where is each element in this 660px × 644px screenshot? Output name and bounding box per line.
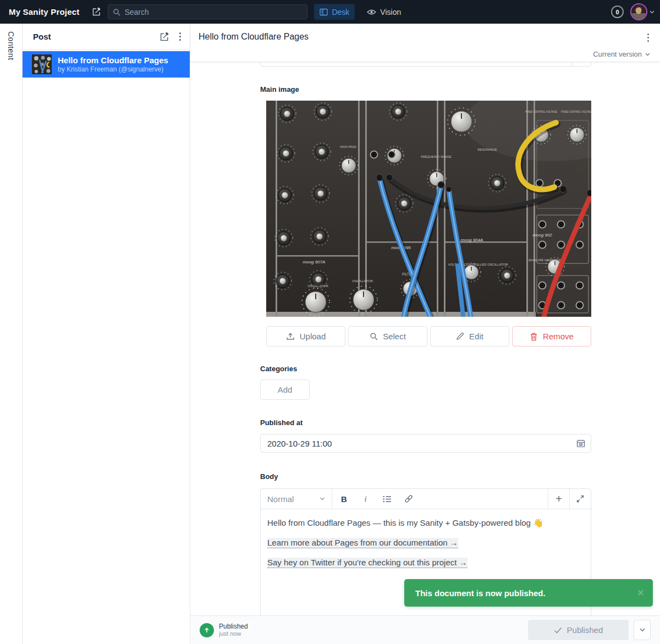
check-icon xyxy=(554,627,562,634)
upload-icon xyxy=(286,332,295,341)
bullet-list-icon xyxy=(383,496,392,503)
post-item-title: Hello from Cloudflare Pages xyxy=(58,56,168,65)
avatar[interactable] xyxy=(630,3,647,20)
published-status-icon xyxy=(200,623,214,637)
fullscreen-button[interactable] xyxy=(569,489,591,509)
bullet-list-button[interactable] xyxy=(378,491,395,508)
photo-label: moog 907A xyxy=(303,260,326,265)
body-label: Body xyxy=(260,472,278,481)
photo-label: OSCILLATOR xyxy=(352,279,373,283)
upload-label: Upload xyxy=(300,332,326,341)
global-search[interactable] xyxy=(108,4,307,19)
create-post-icon[interactable] xyxy=(160,32,169,42)
document-form: Main image xyxy=(190,62,660,615)
new-document-button[interactable] xyxy=(89,5,103,19)
publish-time: just now xyxy=(219,630,248,637)
published-at-input[interactable] xyxy=(267,439,576,448)
trash-icon xyxy=(530,332,538,341)
top-navbar: My Sanity Project Desk Vi xyxy=(0,0,660,24)
toast-message: This document is now published. xyxy=(415,588,546,598)
tab-desk-label: Desk xyxy=(332,8,349,16)
notifications-badge[interactable]: 0 xyxy=(611,5,624,18)
add-category-button[interactable]: Add xyxy=(260,379,310,400)
photo-label: moog 904A xyxy=(461,238,483,243)
bold-button[interactable]: B xyxy=(336,491,353,508)
publish-button-label: Published xyxy=(567,625,603,635)
slug-field-partial[interactable] xyxy=(260,62,591,67)
post-list-header: Post xyxy=(23,24,190,50)
post-list-item[interactable]: Hello from Cloudflare Pages by Kristian … xyxy=(23,51,190,78)
desk-icon xyxy=(320,8,328,16)
document-menu-icon[interactable] xyxy=(646,32,650,43)
photo-label: HIGH PASS xyxy=(340,145,356,148)
search-input[interactable] xyxy=(124,8,289,16)
close-icon[interactable]: × xyxy=(637,587,644,599)
post-item-subtitle: by Kristian Freeman (@signalnerve) xyxy=(58,65,168,74)
project-title: My Sanity Project xyxy=(9,7,79,16)
publish-status: Published xyxy=(219,623,248,630)
compose-icon xyxy=(92,7,101,16)
body-paragraph: Hello from Cloudflare Pages — this is my… xyxy=(267,517,584,529)
edit-button[interactable]: Edit xyxy=(430,326,509,346)
photo-label: moog 902 xyxy=(532,233,552,238)
photo-label: FIXED CONTROL VOLTAGE xyxy=(525,111,557,113)
link-icon xyxy=(404,494,413,503)
photo-label: FIXED CONTROL VOLTAGE xyxy=(561,111,591,113)
calendar-icon[interactable] xyxy=(576,439,585,448)
docs-link[interactable]: Learn more about Pages from our document… xyxy=(267,538,458,548)
photo-label: FREQUENCY RANGE xyxy=(421,155,452,158)
select-button[interactable]: Select xyxy=(348,326,427,346)
remove-label: Remove xyxy=(543,332,574,341)
photo-label: ENVELOPE GENERATOR xyxy=(529,258,562,262)
panel-menu-icon[interactable] xyxy=(178,31,182,42)
select-label: Select xyxy=(383,332,406,341)
version-selector[interactable]: Current version xyxy=(593,50,650,58)
main-image-preview[interactable]: HIGH PASS FREQUENCY RANGE RESONANCE FIXE… xyxy=(266,101,591,317)
categories-label: Categories xyxy=(260,365,297,373)
published-at-field xyxy=(260,434,591,453)
upload-button[interactable]: Upload xyxy=(266,326,345,346)
publish-button[interactable]: Published xyxy=(528,620,629,640)
body-content[interactable]: Hello from Cloudflare Pages — this is my… xyxy=(261,509,591,584)
text-style-select[interactable]: Normal xyxy=(261,489,332,509)
tab-vision-label: Vision xyxy=(380,8,401,16)
content-rail[interactable]: Content xyxy=(0,24,23,644)
document-title: Hello from Cloudflare Pages xyxy=(199,32,309,42)
italic-button[interactable]: i xyxy=(357,491,374,508)
post-thumbnail xyxy=(32,54,52,74)
pencil-icon xyxy=(456,332,464,340)
expand-icon xyxy=(576,495,584,503)
published-at-label: Published at xyxy=(260,419,302,427)
insert-block-button[interactable]: + xyxy=(548,489,569,509)
post-list-panel: Post Hello from Cloudflare xyxy=(23,24,190,644)
document-footer: Published just now Published xyxy=(190,615,660,644)
tab-vision[interactable]: Vision xyxy=(361,4,406,20)
chevron-down-icon xyxy=(645,53,650,56)
eye-icon xyxy=(367,9,376,15)
search-icon xyxy=(370,332,378,340)
chevron-down-icon xyxy=(320,497,325,500)
tab-desk[interactable]: Desk xyxy=(314,4,355,20)
publish-menu-button[interactable] xyxy=(634,620,651,640)
version-label: Current version xyxy=(593,50,642,58)
content-rail-label: Content xyxy=(7,31,15,60)
remove-button[interactable]: Remove xyxy=(512,326,591,346)
image-button-row: Upload Select Edit Remove xyxy=(266,326,591,346)
photo-label: RESONANCE xyxy=(478,148,497,151)
editor-toolbar: Normal B i xyxy=(261,489,591,509)
publish-toast: This document is now published. × xyxy=(404,579,653,607)
photo-label: OSCILLATOR xyxy=(307,284,328,288)
document-header: Hello from Cloudflare Pages Current vers… xyxy=(190,24,660,62)
twitter-link[interactable]: Say hey on Twitter if you're checking ou… xyxy=(267,558,468,568)
search-icon xyxy=(113,8,120,16)
text-style-value: Normal xyxy=(267,494,294,504)
chevron-down-icon xyxy=(640,628,645,632)
edit-label: Edit xyxy=(469,332,483,341)
link-button[interactable] xyxy=(400,491,417,508)
panel-title: Post xyxy=(33,32,51,41)
main-image-label: Main image xyxy=(260,85,299,93)
document-panel: Hello from Cloudflare Pages Current vers… xyxy=(190,24,660,644)
chevron-down-icon[interactable] xyxy=(650,10,654,14)
